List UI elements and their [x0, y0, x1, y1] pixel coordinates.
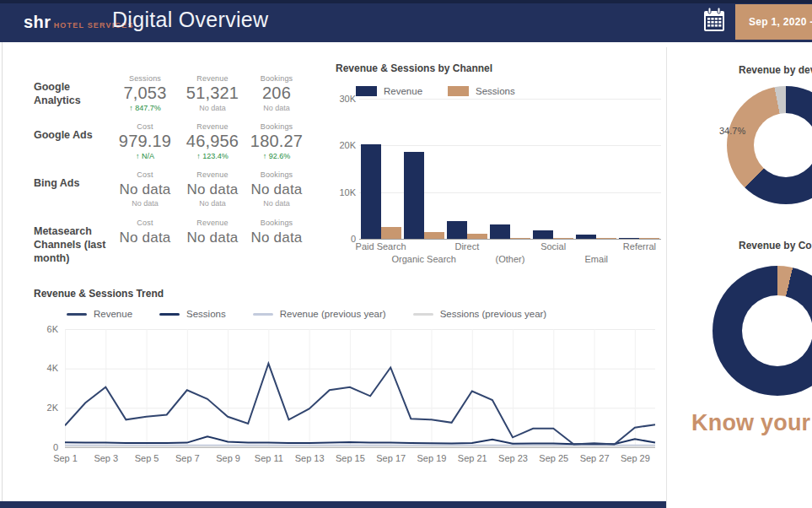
bar-group-social[interactable] [532, 99, 575, 239]
legend-line-swatch [253, 313, 273, 316]
x-axis-label: Sep 11 [255, 453, 283, 463]
x-axis-label: Sep 13 [295, 453, 325, 463]
legend-label: Revenue (previous year) [280, 309, 386, 319]
country-chart-title: Revenue by Country [739, 240, 812, 251]
scorecard-metric: Cost979.19↑ N/A [111, 121, 179, 160]
y-axis-label: 0 [336, 234, 356, 244]
bar-revenue[interactable] [404, 152, 424, 239]
metric-value: No data [111, 228, 179, 246]
legend-item-sessions[interactable]: Sessions [159, 309, 226, 319]
metric-name: Revenue [179, 170, 246, 179]
scorecard-row-label: Metasearch Channels (last month) [34, 217, 111, 265]
metric-value: 46,956 [179, 132, 246, 151]
bar-group-direct[interactable] [445, 99, 488, 239]
scorecard-metric: Sessions7,053↑ 847.7% [111, 73, 179, 112]
bar-chart-xlabels: Paid SearchOrganic SearchDirect(Other)So… [359, 241, 661, 270]
bar-chart-title: Revenue & Sessions by Channel [336, 62, 666, 74]
header-top-strip [0, 0, 812, 3]
trend-chart-legend: RevenueSessionsRevenue (previous year)Se… [67, 309, 546, 319]
x-axis-label: Sep 25 [539, 453, 568, 463]
revenue-by-device-donut[interactable] [727, 86, 812, 204]
bar-chart-legend: RevenueSessions [356, 86, 515, 96]
scorecard-row-label: Google Ads [34, 121, 111, 142]
calendar-icon[interactable] [700, 7, 729, 35]
x-axis-label: Sep 15 [336, 453, 365, 463]
metric-value: 51,321 [179, 84, 246, 103]
legend-item-sessions[interactable]: Sessions [448, 86, 515, 96]
scorecard-row: Google AdsCost979.19↑ N/ARevenue46,956↑ … [34, 121, 307, 169]
bar-sessions[interactable] [553, 238, 573, 240]
metric-name: Cost [111, 219, 179, 227]
x-axis-label: Email [585, 254, 609, 264]
bar-group-paid-search[interactable] [359, 99, 402, 239]
legend-item-revenue[interactable]: Revenue [67, 309, 132, 319]
gridline [359, 239, 661, 240]
x-axis-label: Sep 19 [417, 453, 447, 463]
bar-sessions[interactable] [424, 232, 444, 239]
metric-value: 206 [246, 84, 307, 103]
bar-sessions[interactable] [510, 238, 530, 240]
metric-delta: No data [111, 199, 179, 208]
bar-revenue[interactable] [619, 238, 639, 240]
bar-revenue[interactable] [490, 224, 510, 239]
x-axis-label: Paid Search [356, 241, 406, 251]
dashboard: shrHOTEL SERVICES Digital Overview Sep 1… [0, 0, 812, 508]
x-axis-label: Sep 9 [216, 453, 240, 463]
bar-revenue[interactable] [447, 221, 467, 239]
scorecard-row: Metasearch Channels (last month)CostNo d… [34, 217, 307, 265]
scorecard-metric: CostNo dataNo data [111, 169, 179, 208]
device-slice-label-desktop: 62.2% [798, 151, 812, 161]
bar-sessions[interactable] [467, 234, 487, 239]
legend-line-swatch [159, 313, 180, 316]
metric-value: 979.19 [111, 132, 179, 151]
y-axis-label: 20K [336, 140, 356, 150]
metric-name: Bookings [246, 170, 307, 179]
bar-sessions[interactable] [381, 227, 401, 239]
scorecard-metric: BookingsNo dataNo data [246, 169, 307, 208]
x-axis-label: Sep 1 [53, 453, 78, 463]
legend-line-swatch [413, 313, 433, 316]
logo-shr: shr [24, 13, 51, 31]
trend-chart-plot[interactable] [65, 329, 662, 449]
scorecard-metric: Bookings206No data [246, 73, 307, 112]
x-axis-label: Sep 3 [94, 453, 118, 463]
legend-item-revenue[interactable]: Revenue [356, 86, 422, 96]
legend-item-sessions-previous-year-[interactable]: Sessions (previous year) [413, 309, 547, 319]
bar-chart-plot [359, 99, 661, 239]
metric-value: No data [246, 180, 307, 198]
metric-value: No data [179, 180, 246, 198]
legend-item-revenue-previous-year-[interactable]: Revenue (previous year) [253, 309, 386, 319]
revenue-by-country-donut[interactable] [713, 266, 812, 396]
scorecard-row-label: Google Analytics [34, 73, 111, 107]
metric-name: Cost [111, 122, 179, 131]
right-panel: Revenue by device 34.7% 62.2% Revenue by… [667, 47, 812, 508]
metric-delta: ↑ 123.4% [179, 152, 246, 160]
trend-line-revenue [65, 364, 655, 445]
bar-sessions[interactable] [596, 238, 616, 240]
country-slice-label: 96.2% [762, 354, 788, 365]
legend-line-swatch [67, 313, 87, 316]
legend-swatch [356, 86, 377, 96]
scorecard-metric: BookingsNo data [246, 217, 307, 246]
bar-revenue[interactable] [576, 235, 596, 239]
metric-delta: No data [179, 104, 246, 112]
metric-value: No data [246, 228, 307, 246]
date-range-button[interactable]: Sep 1, 2020 - S [735, 4, 812, 40]
legend-label: Sessions (previous year) [440, 309, 547, 319]
bar-sessions[interactable] [639, 238, 659, 240]
bar-group--other-[interactable] [488, 99, 531, 239]
y-axis-label: 6K [36, 324, 58, 334]
x-axis-label: Sep 23 [498, 453, 528, 463]
scorecard-row: Bing AdsCostNo dataNo dataRevenueNo data… [34, 169, 307, 217]
bar-revenue[interactable] [533, 230, 553, 239]
x-axis-label: (Other) [496, 254, 525, 264]
page-title: Digital Overview [112, 8, 268, 32]
metric-delta: ↑ N/A [111, 152, 179, 160]
metric-value: No data [111, 180, 179, 198]
bar-group-referral[interactable] [618, 99, 661, 239]
bar-group-email[interactable] [575, 99, 618, 239]
bar-revenue[interactable] [361, 144, 381, 239]
legend-label: Sessions [186, 309, 226, 319]
bar-group-organic-search[interactable] [402, 99, 445, 239]
metric-delta: No data [246, 104, 307, 112]
